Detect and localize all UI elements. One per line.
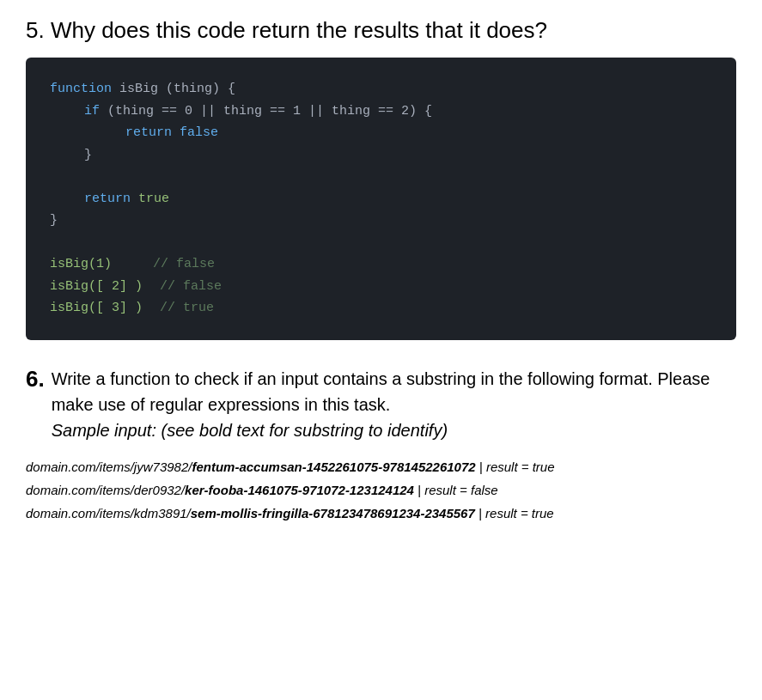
keyword-function: function (50, 82, 112, 96)
keyword-return-1: return (125, 125, 172, 140)
question-5-section: 5. Why does this code return the results… (26, 17, 736, 340)
code-close-brace-2: } (50, 213, 58, 228)
code-blank-2 (50, 232, 712, 254)
code-call-1: isBig(1) (50, 257, 112, 271)
question-6-text: Write a function to check if an input co… (52, 366, 736, 443)
code-comment-3: // true (160, 301, 214, 315)
code-comment-1: // false (153, 257, 215, 271)
code-line-5: return true (50, 188, 712, 210)
question-6-section: 6. Write a function to check if an input… (26, 366, 736, 525)
code-line-4: } (50, 144, 712, 167)
code-block: function isBig (thing) { if (thing == 0 … (26, 58, 736, 340)
sample-3-prefix: domain.com/items/kdm3891/ (26, 506, 191, 520)
sample-2-suffix: | result = false (414, 483, 498, 497)
keyword-if: if (84, 104, 100, 119)
code-line-2: if (thing == 0 || thing == 1 || thing ==… (50, 100, 712, 123)
sample-3-suffix: | result = true (475, 506, 554, 520)
sample-line-3: domain.com/items/kdm3891/sem-mollis-frin… (26, 502, 736, 525)
sample-1-bold: fentum-accumsan-1452261075-9781452261072 (192, 460, 475, 474)
sample-line-2: domain.com/items/der0932/ker-fooba-14610… (26, 478, 736, 502)
code-line-8: isBig([ 2] )// false (50, 276, 712, 298)
code-blank-1 (50, 166, 712, 188)
sample-1-prefix: domain.com/items/jyw73982/ (26, 460, 192, 474)
code-line-2-rest: (thing == 0 || thing == 1 || thing == 2)… (100, 104, 432, 119)
code-call-2: isBig([ 2] ) (50, 279, 143, 294)
question-6-italic-text: Sample input: (see bold text for substri… (52, 421, 448, 440)
code-close-brace-1: } (84, 148, 92, 162)
code-false-1: false (172, 125, 218, 140)
sample-2-bold: ker-fooba-1461075-971072-123124124 (185, 483, 414, 497)
code-line-3: return false (50, 122, 712, 144)
sample-3-bold: sem-mollis-fringilla-678123478691234-234… (191, 506, 475, 520)
keyword-return-2: return (84, 192, 131, 206)
question-5-heading: 5. Why does this code return the results… (26, 17, 736, 44)
sample-1-suffix: | result = true (476, 460, 555, 474)
code-true-1: true (131, 192, 169, 206)
sample-lines: domain.com/items/jyw73982/fentum-accumsa… (26, 455, 736, 525)
code-line-1-rest: isBig (thing) { (112, 82, 235, 96)
question-6-heading: 6. Write a function to check if an input… (26, 366, 736, 443)
code-line-6: } (50, 210, 712, 232)
code-call-3: isBig([ 3] ) (50, 301, 143, 315)
question-6-number: 6. (26, 366, 45, 393)
code-comment-2: // false (160, 279, 222, 294)
code-line-7: isBig(1)// false (50, 253, 712, 276)
code-line-1: function isBig (thing) { (50, 78, 712, 100)
sample-line-1: domain.com/items/jyw73982/fentum-accumsa… (26, 455, 736, 478)
code-line-9: isBig([ 3] )// true (50, 297, 712, 320)
question-6-main-text: Write a function to check if an input co… (52, 369, 710, 414)
sample-2-prefix: domain.com/items/der0932/ (26, 483, 185, 497)
